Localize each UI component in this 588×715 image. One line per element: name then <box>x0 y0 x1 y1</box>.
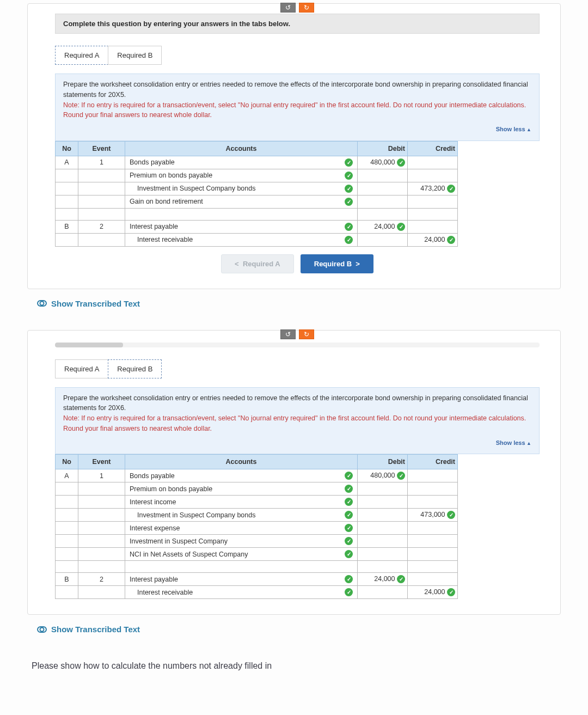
table-row: Interest receivable✓ 24,000 ✓ <box>56 586 458 599</box>
tabs-row: Required A Required B <box>55 359 540 378</box>
journal-table-2: No Event Accounts Debit Credit A 1 Bonds… <box>55 454 458 599</box>
check-icon: ✓ <box>345 550 353 558</box>
account-name: Interest payable <box>130 223 178 230</box>
table-row: B 2 Interest payable✓ 24,000 ✓ <box>56 573 458 586</box>
account-name: Bonds payable <box>130 158 175 166</box>
check-icon: ✓ <box>397 158 405 167</box>
check-icon: ✓ <box>345 172 353 180</box>
info-box-1: Prepare the worksheet consolidation entr… <box>55 74 540 141</box>
instruction-bar: Complete this question by entering your … <box>55 14 540 34</box>
account-name: Gain on bond retirement <box>130 198 203 205</box>
th-debit: Debit <box>358 141 408 156</box>
check-icon: ✓ <box>345 537 353 545</box>
info-text: Prepare the worksheet consolidation entr… <box>63 81 528 99</box>
show-less-toggle[interactable]: Show less <box>63 125 531 134</box>
top-toolbar: ↺ ↻ <box>55 329 540 337</box>
check-icon: ✓ <box>345 524 353 532</box>
check-icon: ✓ <box>447 185 455 193</box>
table-row: A 1 Bonds payable✓ 480,000 ✓ <box>56 156 458 169</box>
check-icon: ✓ <box>345 498 353 506</box>
table-row: NCI in Net Assets of Suspect Company✓ <box>56 548 458 561</box>
check-icon: ✓ <box>345 588 353 596</box>
horizontal-scrollbar[interactable] <box>55 343 540 347</box>
table-row: Interest income✓ <box>56 496 458 509</box>
info-note: Note: If no entry is required for a tran… <box>63 101 526 119</box>
tab-required-b[interactable]: Required B <box>108 359 162 378</box>
show-less-toggle[interactable]: Show less <box>63 438 531 448</box>
info-text: Prepare the worksheet consolidation entr… <box>63 394 528 412</box>
check-icon: ✓ <box>447 588 455 596</box>
journal-table-1: No Event Accounts Debit Credit A 1 Bonds… <box>55 141 458 247</box>
undo-button[interactable]: ↺ <box>280 329 296 339</box>
table-row: Premium on bonds payable✓ <box>56 169 458 182</box>
check-icon: ✓ <box>345 198 353 206</box>
table-row: Gain on bond retirement✓ <box>56 195 458 208</box>
tab-required-b[interactable]: Required B <box>108 46 162 65</box>
user-question: Please show how to calculate the numbers… <box>32 661 561 671</box>
table-row: Investment in Suspect Company bonds✓ 473… <box>56 182 458 195</box>
eye-icon <box>37 300 47 307</box>
table-row <box>56 208 458 220</box>
redo-button[interactable]: ↻ <box>299 329 314 339</box>
table-row: Interest expense✓ <box>56 522 458 535</box>
table-row <box>56 561 458 573</box>
table-row: Investment in Suspect Company bonds✓ 473… <box>56 509 458 522</box>
check-icon: ✓ <box>345 485 353 493</box>
check-icon: ✓ <box>345 511 353 519</box>
top-toolbar: ↺ ↻ <box>55 3 540 10</box>
info-box-2: Prepare the worksheet consolidation entr… <box>55 387 540 455</box>
tab-required-a[interactable]: Required A <box>55 359 108 378</box>
undo-button[interactable]: ↺ <box>280 3 296 13</box>
check-icon: ✓ <box>397 472 405 480</box>
th-credit: Credit <box>408 141 458 156</box>
th-accounts: Accounts <box>125 141 358 156</box>
tabs-row: Required A Required B <box>55 46 540 65</box>
scrollbar-thumb[interactable] <box>55 343 123 347</box>
show-transcribed-text[interactable]: Show Transcribed Text <box>37 625 561 634</box>
check-icon: ✓ <box>397 223 405 231</box>
table-row: B 2 Interest payable✓ 24,000 ✓ <box>56 220 458 233</box>
next-button[interactable]: Required B > <box>301 254 373 273</box>
check-icon: ✓ <box>397 575 405 583</box>
check-icon: ✓ <box>345 158 353 167</box>
check-icon: ✓ <box>447 511 455 519</box>
check-icon: ✓ <box>345 575 353 583</box>
th-no: No <box>56 141 78 156</box>
account-name: Investment in Suspect Company bonds <box>137 185 255 192</box>
check-icon: ✓ <box>345 236 353 244</box>
table-row: Premium on bonds payable✓ <box>56 482 458 496</box>
check-icon: ✓ <box>447 236 455 244</box>
nav-buttons: < Required A Required B > <box>55 254 540 273</box>
account-name: Premium on bonds payable <box>130 172 212 179</box>
check-icon: ✓ <box>345 185 353 193</box>
worksheet-panel-1: ↺ ↻ Complete this question by entering y… <box>27 3 561 289</box>
check-icon: ✓ <box>345 223 353 231</box>
table-row: Investment in Suspect Company✓ <box>56 535 458 548</box>
show-transcribed-text[interactable]: Show Transcribed Text <box>37 299 561 308</box>
worksheet-panel-2: ↺ ↻ Required A Required B Prepare the wo… <box>27 330 561 615</box>
redo-button[interactable]: ↻ <box>299 3 314 13</box>
account-name: Interest receivable <box>137 236 193 243</box>
check-icon: ✓ <box>345 472 353 480</box>
th-event: Event <box>78 141 125 156</box>
info-note: Note: If no entry is required for a tran… <box>63 414 526 432</box>
prev-button[interactable]: < Required A <box>221 254 294 273</box>
tab-required-a[interactable]: Required A <box>55 46 108 65</box>
table-row: A 1 Bonds payable✓ 480,000 ✓ <box>56 469 458 482</box>
eye-icon <box>37 626 47 633</box>
table-row: Interest receivable✓ 24,000 ✓ <box>56 233 458 246</box>
